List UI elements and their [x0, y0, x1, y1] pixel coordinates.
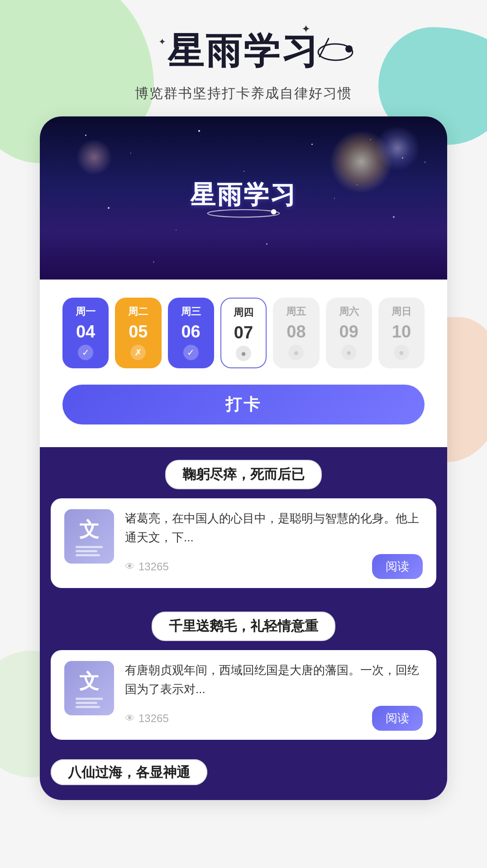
- article-2-title: 千里送鹅毛，礼轻情意重: [152, 612, 335, 641]
- article-3-header-wrapper: 八仙过海，各显神通: [40, 751, 447, 791]
- article-card-2: 文 有唐朝贞观年间，西域回纥国是大唐的藩国。一次，回纥国为了表示对... 👁: [51, 650, 436, 740]
- day-status-sunday: ●: [394, 345, 409, 360]
- day-card-monday[interactable]: 周一 04 ✓: [62, 298, 109, 368]
- phone-screen: 星雨学习: [40, 116, 447, 280]
- orbit-icon: [315, 32, 356, 74]
- checkin-button[interactable]: 打卡: [62, 385, 425, 424]
- article-3-title-wrapper: 八仙过海，各显神通: [51, 763, 436, 786]
- article-1-title: 鞠躬尽瘁，死而后已: [165, 460, 322, 489]
- phone-screen-logo: 星雨学习: [190, 178, 297, 218]
- article-1-thumbnail: 文: [64, 509, 114, 564]
- app-subtitle: 博览群书坚持打卡养成自律好习惯: [135, 84, 352, 103]
- day-label-monday: 周一: [76, 305, 95, 318]
- day-label-tuesday: 周二: [128, 305, 148, 318]
- article-1-view-count: 13265: [138, 560, 169, 573]
- day-label-saturday: 周六: [339, 305, 359, 318]
- article-2-header-wrapper: 千里送鹅毛，礼轻情意重: [40, 599, 447, 650]
- article-1-views: 👁 13265: [125, 560, 169, 573]
- article-1-text: 诸葛亮，在中国人的心目中，是聪明与智慧的化身。他上通天文，下... 👁 1326…: [125, 509, 423, 579]
- article-2-text: 有唐朝贞观年间，西域回纥国是大唐的藩国。一次，回纥国为了表示对... 👁 132…: [125, 661, 423, 731]
- article-1-footer: 👁 13265 阅读: [125, 554, 423, 579]
- app-header: ✦ 星雨学习 ✦ 博览群书坚持打卡养成自律好习惯: [0, 0, 487, 103]
- day-label-wednesday: 周三: [181, 305, 201, 318]
- article-2-thumbnail: 文: [64, 661, 114, 715]
- day-number-sunday: 10: [392, 323, 411, 340]
- day-number-thursday: 07: [234, 324, 253, 341]
- article-2-title-wrapper: 千里送鹅毛，礼轻情意重: [51, 612, 436, 650]
- article-2-thumb-char: 文: [79, 668, 99, 695]
- day-number-saturday: 09: [339, 323, 358, 340]
- day-status-thursday: ●: [236, 346, 251, 361]
- svg-point-1: [345, 45, 353, 53]
- eye-icon: 👁: [125, 561, 135, 573]
- article-2-body: 文 有唐朝贞观年间，西域回纥国是大唐的藩国。一次，回纥国为了表示对... 👁: [51, 650, 436, 740]
- article-1-excerpt: 诸葛亮，在中国人的心目中，是聪明与智慧的化身。他上通天文，下...: [125, 509, 423, 547]
- app-title: 星雨学习: [167, 27, 320, 76]
- day-label-friday: 周五: [286, 305, 306, 318]
- day-label-thursday: 周四: [234, 306, 253, 319]
- day-label-sunday: 周日: [392, 305, 411, 318]
- day-card-friday: 周五 08 ●: [273, 298, 319, 368]
- article-card-1: 文 诸葛亮，在中国人的心目中，是聪明与智慧的化身。他上通天文，下... 👁: [51, 498, 436, 588]
- day-card-saturday: 周六 09 ●: [326, 298, 372, 368]
- day-status-monday: ✓: [78, 345, 93, 360]
- day-number-monday: 04: [76, 323, 95, 340]
- day-number-friday: 08: [286, 323, 306, 340]
- article-1-header-wrapper: 鞠躬尽瘁，死而后已: [40, 447, 447, 498]
- firework-3: [76, 139, 112, 175]
- article-2-footer: 👁 13265 阅读: [125, 706, 423, 731]
- page-content: ✦ 星雨学习 ✦ 博览群书坚持打卡养成自律好习惯: [0, 0, 487, 800]
- sparkle-icon-tl: ✦: [158, 36, 166, 47]
- day-status-saturday: ●: [341, 345, 357, 360]
- day-status-friday: ●: [288, 345, 304, 360]
- svg-point-4: [271, 209, 277, 215]
- svg-point-3: [208, 210, 279, 217]
- article-2-view-count: 13265: [138, 712, 169, 725]
- day-card-wednesday[interactable]: 周三 06 ✓: [168, 298, 214, 368]
- article-3-title: 八仙过海，各显神通: [51, 759, 207, 785]
- day-card-tuesday[interactable]: 周二 05 ✗: [115, 298, 161, 368]
- eye-icon-2: 👁: [125, 713, 135, 724]
- article-thumb-lines: [76, 546, 103, 556]
- day-number-wednesday: 06: [181, 323, 200, 340]
- firework-2: [375, 125, 420, 171]
- article-2-thumb-lines: [76, 698, 103, 708]
- day-card-thursday[interactable]: 周四 07 ●: [220, 298, 267, 368]
- phone-logo-text: 星雨学习: [190, 178, 297, 212]
- checkin-section: 周一 04 ✓ 周二 05 ✗ 周三 06 ✓ 周四: [40, 280, 447, 447]
- phone-logo-orbit: [198, 209, 289, 218]
- day-card-sunday: 周日 10 ●: [378, 298, 425, 368]
- day-number-tuesday: 05: [129, 323, 148, 340]
- article-2-read-button[interactable]: 阅读: [372, 706, 423, 731]
- article-1-body: 文 诸葛亮，在中国人的心目中，是聪明与智慧的化身。他上通天文，下... 👁: [51, 498, 436, 588]
- article-1-read-button[interactable]: 阅读: [372, 554, 423, 579]
- week-grid: 周一 04 ✓ 周二 05 ✗ 周三 06 ✓ 周四: [62, 298, 425, 368]
- article-2-views: 👁 13265: [125, 712, 169, 725]
- content-section: 鞠躬尽瘁，死而后已 文 诸葛亮，在中国人的心目中，是聪明与智慧的化身。他上通天文: [40, 447, 447, 800]
- day-status-tuesday: ✗: [130, 345, 146, 360]
- phone-card: 星雨学习 周一 04 ✓ 周二: [40, 116, 447, 800]
- sparkle-icon-tr: ✦: [301, 23, 310, 35]
- day-status-wednesday: ✓: [183, 345, 199, 360]
- article-1-title-wrapper: 鞠躬尽瘁，死而后已: [51, 460, 436, 498]
- article-2-excerpt: 有唐朝贞观年间，西域回纥国是大唐的藩国。一次，回纥国为了表示对...: [125, 661, 423, 699]
- app-title-wrapper: ✦ 星雨学习 ✦: [167, 27, 320, 76]
- article-thumb-char: 文: [79, 516, 99, 543]
